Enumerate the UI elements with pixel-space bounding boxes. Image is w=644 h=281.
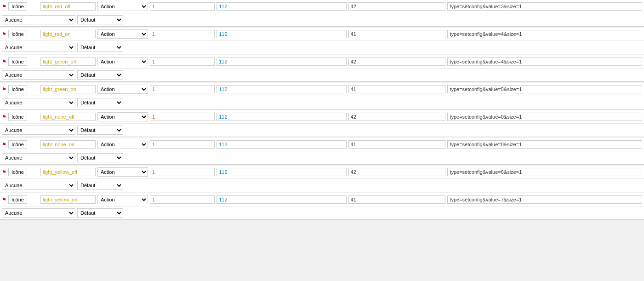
num1-input-7[interactable] bbox=[150, 168, 215, 176]
icone-button-1[interactable]: Icône bbox=[8, 2, 27, 11]
num3-input-1[interactable] bbox=[348, 2, 446, 11]
cell-name-8 bbox=[40, 195, 96, 204]
name-input-2[interactable] bbox=[40, 30, 96, 38]
defaut-select-8[interactable]: Défaut bbox=[77, 208, 123, 218]
cmd-input-5[interactable] bbox=[447, 113, 642, 121]
cmd-input-7[interactable] bbox=[447, 168, 642, 176]
name-input-7[interactable] bbox=[40, 168, 96, 176]
row-group: ⚑ Icône Action bbox=[0, 138, 644, 165]
main-container: ⚑ Icône Action bbox=[0, 0, 644, 220]
num3-input-5[interactable] bbox=[348, 113, 446, 121]
flag-icon-7: ⚑ bbox=[2, 169, 6, 175]
defaut-select-3[interactable]: Défaut bbox=[77, 70, 123, 80]
aucune-select-2[interactable]: Aucune bbox=[2, 43, 75, 52]
num3-input-2[interactable] bbox=[348, 30, 446, 38]
row-sub-4: Aucune Défaut bbox=[0, 96, 644, 109]
defaut-select-5[interactable]: Défaut bbox=[77, 126, 123, 135]
name-input-6[interactable] bbox=[40, 140, 96, 149]
cmd-input-1[interactable] bbox=[447, 2, 642, 11]
icone-button-6[interactable]: Icône bbox=[8, 140, 27, 149]
cell-icon-8: ⚑ Icône bbox=[2, 195, 39, 204]
icone-button-5[interactable]: Icône bbox=[8, 113, 27, 121]
name-input-8[interactable] bbox=[40, 195, 96, 204]
num2-input-8[interactable] bbox=[217, 195, 346, 204]
num2-input-2[interactable] bbox=[217, 30, 346, 38]
num1-input-5[interactable] bbox=[150, 113, 215, 121]
cell-cmd-8 bbox=[447, 195, 642, 204]
cmd-input-4[interactable] bbox=[447, 85, 642, 93]
cell-aucune-6: Aucune bbox=[2, 153, 75, 162]
cmd-input-8[interactable] bbox=[447, 195, 642, 204]
num2-input-6[interactable] bbox=[217, 140, 346, 149]
aucune-select-5[interactable]: Aucune bbox=[2, 126, 75, 135]
cell-cmd-4 bbox=[447, 85, 642, 93]
name-input-3[interactable] bbox=[40, 57, 96, 66]
icone-button-2[interactable]: Icône bbox=[8, 30, 27, 38]
num1-input-2[interactable] bbox=[150, 30, 215, 38]
icone-button-3[interactable]: Icône bbox=[8, 57, 27, 66]
num1-input-8[interactable] bbox=[150, 195, 215, 204]
num3-input-8[interactable] bbox=[348, 195, 446, 204]
action-select-1[interactable]: Action bbox=[97, 2, 148, 11]
action-select-5[interactable]: Action bbox=[97, 112, 148, 121]
action-select-4[interactable]: Action bbox=[97, 85, 148, 94]
defaut-select-4[interactable]: Défaut bbox=[77, 98, 123, 107]
cell-cmd-7 bbox=[447, 168, 642, 176]
defaut-select-1[interactable]: Défaut bbox=[77, 15, 123, 24]
name-input-1[interactable] bbox=[40, 2, 96, 11]
aucune-select-1[interactable]: Aucune bbox=[2, 15, 75, 24]
defaut-select-7[interactable]: Défaut bbox=[77, 181, 123, 190]
icone-button-7[interactable]: Icône bbox=[8, 168, 27, 176]
cell-num2-1 bbox=[217, 2, 346, 11]
action-select-3[interactable]: Action bbox=[97, 57, 148, 66]
num2-input-1[interactable] bbox=[217, 2, 346, 11]
cell-name-2 bbox=[40, 30, 96, 38]
defaut-select-2[interactable]: Défaut bbox=[77, 43, 123, 52]
action-select-2[interactable]: Action bbox=[97, 29, 148, 39]
icone-button-4[interactable]: Icône bbox=[8, 85, 27, 93]
name-input-5[interactable] bbox=[40, 113, 96, 121]
icone-button-8[interactable]: Icône bbox=[8, 195, 27, 204]
row-group: ⚑ Icône Action bbox=[0, 55, 644, 82]
cell-defaut-7: Défaut bbox=[77, 181, 123, 190]
cmd-input-2[interactable] bbox=[447, 30, 642, 38]
num2-input-4[interactable] bbox=[217, 85, 346, 93]
cmd-input-3[interactable] bbox=[447, 57, 642, 66]
cell-num1-3 bbox=[150, 57, 215, 66]
aucune-select-3[interactable]: Aucune bbox=[2, 70, 75, 80]
row-sub-7: Aucune Défaut bbox=[0, 179, 644, 192]
action-select-7[interactable]: Action bbox=[97, 167, 148, 177]
cell-num1-4 bbox=[150, 85, 215, 93]
num3-input-6[interactable] bbox=[348, 140, 446, 149]
num3-input-3[interactable] bbox=[348, 57, 446, 66]
num3-input-7[interactable] bbox=[348, 168, 446, 176]
num2-input-3[interactable] bbox=[217, 57, 346, 66]
cell-num3-7 bbox=[348, 168, 446, 176]
aucune-select-4[interactable]: Aucune bbox=[2, 98, 75, 107]
name-input-4[interactable] bbox=[40, 85, 96, 93]
num1-input-4[interactable] bbox=[150, 85, 215, 93]
cell-icon-1: ⚑ Icône bbox=[2, 2, 39, 11]
cell-name-4 bbox=[40, 85, 96, 93]
cmd-input-6[interactable] bbox=[447, 140, 642, 149]
num2-input-7[interactable] bbox=[217, 168, 346, 176]
row-group: ⚑ Icône Action bbox=[0, 193, 644, 220]
num3-input-4[interactable] bbox=[348, 85, 446, 93]
cell-aucune-5: Aucune bbox=[2, 126, 75, 135]
aucune-select-7[interactable]: Aucune bbox=[2, 181, 75, 190]
flag-icon-1: ⚑ bbox=[2, 4, 6, 10]
cell-aucune-8: Aucune bbox=[2, 208, 75, 218]
num1-input-3[interactable] bbox=[150, 57, 215, 66]
action-select-8[interactable]: Action bbox=[97, 195, 148, 204]
row-sub-1: Aucune Défaut bbox=[0, 13, 644, 26]
action-select-6[interactable]: Action bbox=[97, 140, 148, 149]
aucune-select-8[interactable]: Aucune bbox=[2, 208, 75, 218]
num1-input-1[interactable] bbox=[150, 2, 215, 11]
num1-input-6[interactable] bbox=[150, 140, 215, 149]
num2-input-5[interactable] bbox=[217, 113, 346, 121]
aucune-select-6[interactable]: Aucune bbox=[2, 153, 75, 162]
defaut-select-6[interactable]: Défaut bbox=[77, 153, 123, 162]
row-group: ⚑ Icône Action bbox=[0, 110, 644, 137]
cell-name-7 bbox=[40, 168, 96, 176]
cell-num3-8 bbox=[348, 195, 446, 204]
